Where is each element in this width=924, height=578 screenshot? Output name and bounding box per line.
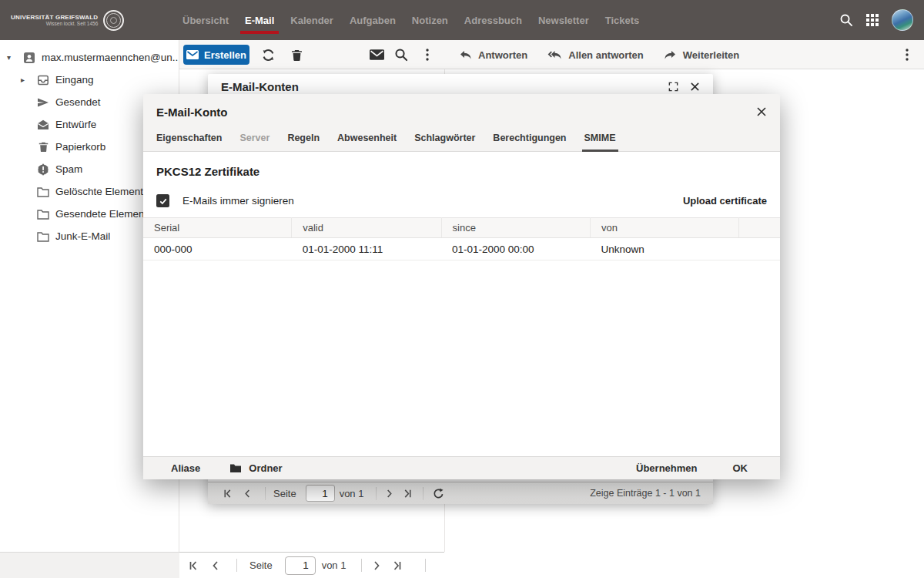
- university-seal-icon: [103, 10, 124, 31]
- mail-icon[interactable]: [367, 45, 386, 64]
- aliases-button[interactable]: Aliase: [171, 462, 200, 474]
- folder-icon: [37, 208, 49, 220]
- cell-since: 01-01-2000 00:00: [441, 238, 591, 260]
- account-person-icon: [23, 52, 35, 64]
- accounts-dialog-title: E-Mail-Konten: [221, 80, 299, 93]
- trash-icon: [37, 141, 49, 153]
- page-label: Seite: [273, 488, 296, 499]
- sidebar-footer-strip: [0, 552, 179, 578]
- column-actions: [738, 218, 780, 238]
- nav-tab-tickets[interactable]: Tickets: [605, 15, 640, 26]
- page-number-input[interactable]: [285, 556, 316, 575]
- logo-subtitle: Wissen lockt. Seit 1456: [11, 21, 98, 26]
- detail-more-options-icon[interactable]: [898, 45, 916, 64]
- tab-server: Server: [239, 129, 270, 151]
- folder-icon: [229, 463, 242, 473]
- search-icon[interactable]: [839, 13, 853, 27]
- mail-list-pagination: Seite von 1: [179, 552, 444, 578]
- mail-account-row[interactable]: ▾ max.mustermaennchen@un...: [0, 46, 179, 69]
- page-of-label: von 1: [322, 560, 346, 571]
- university-logo: UNIVERSITÄT GREIFSWALD Wissen lockt. Sei…: [11, 0, 124, 40]
- page-label: Seite: [249, 560, 273, 571]
- tab-abwesenheit[interactable]: Abwesenheit: [337, 129, 397, 151]
- email-account-dialog: E-Mail-Konto Eigenschaften Server Regeln…: [143, 94, 780, 479]
- mail-toolbar: Erstellen Antworten Allen antworten: [179, 40, 924, 69]
- cell-serial: 000-000: [143, 238, 292, 260]
- tab-smime[interactable]: SMIME: [584, 129, 616, 151]
- section-title: PKCS12 Zertifikate: [156, 165, 767, 178]
- search-icon[interactable]: [392, 45, 410, 64]
- envelope-icon: [186, 50, 199, 59]
- nav-tab-email[interactable]: E-Mail: [245, 15, 274, 26]
- more-options-icon[interactable]: [418, 45, 437, 64]
- account-dialog-title: E-Mail-Konto: [156, 106, 227, 119]
- sidebar-folder-eingang[interactable]: ▸ Eingang: [0, 69, 179, 91]
- first-page-icon[interactable]: [223, 489, 232, 499]
- folder-icon: [37, 186, 49, 198]
- draft-envelope-icon: [37, 119, 49, 131]
- refresh-icon[interactable]: [433, 488, 444, 499]
- nav-tab-aufgaben[interactable]: Aufgaben: [350, 15, 396, 26]
- upload-certificate-button[interactable]: Upload certificate: [683, 195, 767, 207]
- reply-all-button[interactable]: Allen antworten: [547, 49, 644, 61]
- last-page-icon[interactable]: [403, 489, 412, 499]
- refresh-icon[interactable]: [259, 45, 277, 64]
- sign-always-checkbox[interactable]: [156, 194, 169, 207]
- cell-valid: 01-01-2000 11:11: [292, 238, 441, 260]
- nav-tab-kalender[interactable]: Kalender: [290, 15, 333, 26]
- certificate-row[interactable]: 000-000 01-01-2000 11:11 01-01-2000 00:0…: [143, 238, 780, 260]
- reply-all-arrow-icon: [547, 49, 562, 61]
- account-label: max.mustermaennchen@un...: [42, 52, 179, 63]
- folder-icon: [37, 230, 49, 243]
- inbox-icon: [37, 74, 49, 86]
- cell-von: Unknown: [591, 238, 739, 260]
- user-avatar[interactable]: [892, 9, 913, 31]
- caret-down-icon[interactable]: ▾: [7, 53, 18, 62]
- apply-button[interactable]: Übernehmen: [636, 462, 697, 474]
- app-nav: Übersicht E-Mail Kalender Aufgaben Notiz…: [182, 0, 639, 40]
- column-serial[interactable]: Serial: [143, 218, 292, 238]
- tab-regeln[interactable]: Regeln: [287, 129, 320, 151]
- logo-title: UNIVERSITÄT GREIFSWALD: [11, 14, 98, 21]
- close-icon[interactable]: [690, 82, 700, 92]
- send-icon: [37, 96, 49, 109]
- certificates-table: Serial valid since von 000-000 01-01-200…: [143, 217, 780, 260]
- caret-right-icon[interactable]: ▸: [21, 76, 32, 84]
- nav-tab-adressbuch[interactable]: Adressbuch: [464, 15, 522, 26]
- app-grid-icon[interactable]: [866, 14, 879, 26]
- next-page-icon[interactable]: [373, 560, 380, 571]
- grid-status-text: Zeige Einträge 1 - 1 von 1: [590, 488, 701, 499]
- maximize-icon[interactable]: [668, 81, 679, 92]
- prev-page-icon[interactable]: [212, 560, 219, 571]
- spam-icon: [37, 163, 49, 176]
- account-dialog-tabs: Eigenschaften Server Regeln Abwesenheit …: [143, 129, 780, 152]
- sign-always-label: E-Mails immer signieren: [182, 195, 294, 207]
- forward-button[interactable]: Weiterleiten: [664, 49, 739, 61]
- nav-tab-notizen[interactable]: Notizen: [412, 15, 448, 26]
- reply-arrow-icon: [459, 49, 472, 61]
- tab-berechtigungen[interactable]: Berechtigungen: [493, 129, 566, 151]
- topbar: UNIVERSITÄT GREIFSWALD Wissen lockt. Sei…: [0, 0, 924, 40]
- delete-icon[interactable]: [287, 45, 306, 64]
- page-number-input[interactable]: [306, 485, 335, 502]
- reply-button[interactable]: Antworten: [459, 49, 527, 61]
- page-of-label: von 1: [340, 488, 364, 499]
- ok-button[interactable]: OK: [733, 462, 748, 474]
- prev-page-icon[interactable]: [244, 489, 251, 499]
- nav-tab-newsletter[interactable]: Newsletter: [538, 15, 589, 26]
- nav-tab-uebersicht[interactable]: Übersicht: [182, 15, 229, 26]
- forward-arrow-icon: [664, 49, 677, 61]
- table-header-row: Serial valid since von: [143, 218, 780, 238]
- tab-schlagwoerter[interactable]: Schlagwörter: [414, 129, 475, 151]
- first-page-icon[interactable]: [189, 560, 198, 571]
- next-page-icon[interactable]: [386, 489, 393, 499]
- column-since[interactable]: since: [441, 218, 591, 238]
- tab-eigenschaften[interactable]: Eigenschaften: [156, 129, 222, 151]
- compose-button[interactable]: Erstellen: [183, 45, 249, 65]
- accounts-grid-pagination: Seite von 1 Zeige Einträge 1 - 1 von 1: [208, 482, 713, 504]
- last-page-icon[interactable]: [393, 560, 402, 571]
- folder-button[interactable]: Ordner: [229, 462, 282, 474]
- column-von[interactable]: von: [591, 218, 739, 238]
- column-valid[interactable]: valid: [292, 218, 441, 238]
- close-icon[interactable]: [756, 106, 767, 117]
